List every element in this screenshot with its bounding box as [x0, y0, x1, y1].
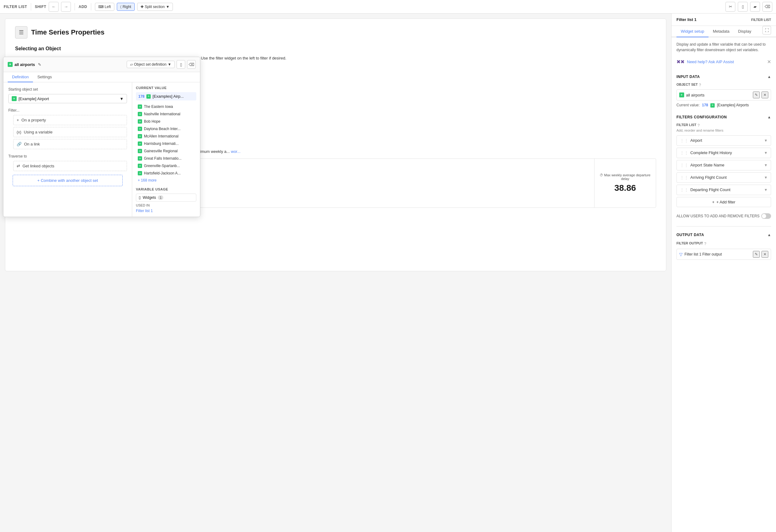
shift-right-button[interactable]: →: [61, 2, 71, 12]
using-variable-option[interactable]: (x) Using a variable: [13, 127, 127, 137]
filter-item-state-name[interactable]: ⋮⋮ Airport State Name ▼: [676, 160, 771, 170]
add-filter-plus-icon: +: [712, 200, 715, 204]
cv-count: 178: [138, 94, 145, 99]
variable-icon: (x): [17, 130, 21, 134]
current-val-row: Current value: 178 ✈ [Examples] Airports: [676, 103, 771, 108]
delete-button[interactable]: ⌫: [762, 2, 772, 12]
filters-config-chevron-icon: ▲: [767, 115, 771, 119]
filter-item-flight-history[interactable]: ⋮⋮ Complete Flight History ▼: [676, 148, 771, 158]
cv-item-0[interactable]: ✈ The Eastern Iowa: [136, 103, 196, 110]
settings-tab[interactable]: Settings: [33, 72, 56, 82]
filter-output-close-button[interactable]: ✕: [762, 251, 768, 258]
popup-body: Starting object set ✈ [Example] Airport …: [3, 82, 200, 217]
content-area: ☰ Time Series Properties Selecting an Ob…: [0, 14, 671, 532]
filter-output-label: FILTER OUTPUT: [676, 241, 703, 245]
filters-config-section: FILTERS CONFIGURATION ▲ FILTER LIST ? Ad…: [676, 113, 771, 221]
output-data-header[interactable]: OUTPUT DATA ▲: [676, 230, 771, 239]
toolbar: FILTER LIST SHIFT ← → ADD ⌨ Left 〈 Right…: [0, 0, 776, 14]
object-set-close-button[interactable]: ✕: [762, 92, 768, 98]
panel-title: Time Series Properties: [31, 28, 105, 36]
object-set-popup: ✈ all airports ✎ ▱ Object set definition…: [3, 57, 200, 217]
left-button[interactable]: ⌨ Left: [95, 3, 114, 11]
starting-set-value: [Example] Airport: [18, 97, 49, 101]
add-filter-button[interactable]: + + Add filter: [676, 197, 771, 207]
allow-users-toggle[interactable]: [761, 213, 771, 219]
tab-metadata[interactable]: Metadata: [709, 26, 734, 37]
split-section-button[interactable]: ✚ Split section ▼: [137, 3, 173, 11]
filters-config-header[interactable]: FILTERS CONFIGURATION ▲: [676, 113, 771, 122]
combine-button[interactable]: + Combine with another object set: [13, 175, 123, 186]
vu-item: ▯ Widgets 1: [136, 194, 196, 202]
item-icon: ✈: [138, 164, 142, 168]
current-value-header: CURRENT VALUE: [136, 86, 196, 90]
delete-popup-button[interactable]: ⌫: [187, 60, 196, 69]
cv-item-9[interactable]: ✈ Hartsfield-Jackson A...: [136, 170, 196, 177]
cv-item-6[interactable]: ✈ Gainesville Regional: [136, 147, 196, 155]
vu-filter-list-link[interactable]: Filter list 1: [136, 209, 153, 213]
on-link-option[interactable]: 🔗 On a link: [13, 139, 127, 149]
cv-airport-icon: ✈: [146, 94, 151, 99]
cv-item-7[interactable]: ✈ Great Falls Internatio...: [136, 155, 196, 162]
copy-popup-button[interactable]: ▯: [177, 60, 185, 69]
copy-button[interactable]: ▯: [738, 2, 748, 12]
object-set-row: ✈ all airports ✎ ✕: [676, 90, 771, 101]
cv-item-3[interactable]: ✈ Daytona Beach Inter...: [136, 125, 196, 133]
cv-item-5[interactable]: ✈ Harrisburg Internati...: [136, 140, 196, 147]
traverse-section: Traverse to ⇄ Get linked objects: [8, 154, 127, 171]
popup-right: CURRENT VALUE 178 ✈ [Examples] Airp... ✈…: [132, 82, 200, 217]
item-icon: ✈: [138, 171, 142, 175]
filters-config-body: FILTER LIST ? Add, reorder and rename fi…: [676, 123, 771, 221]
tsps-link[interactable]: wor...: [231, 149, 240, 154]
filter-output-icon: ▽: [679, 252, 683, 257]
filter-output-edit-button[interactable]: ✎: [753, 251, 760, 258]
object-set-section: OBJECT SET ? ✈ all airports ✎ ✕ Current …: [676, 82, 771, 108]
cut-button[interactable]: ✂: [726, 2, 735, 12]
tab-display[interactable]: Display: [734, 26, 756, 37]
filters-config-title: FILTERS CONFIGURATION: [676, 115, 727, 119]
shift-left-button[interactable]: ←: [49, 2, 58, 12]
paste-button[interactable]: ▰: [750, 2, 760, 12]
cv-list: ✈ The Eastern Iowa ✈ Nashville Internati…: [136, 103, 196, 184]
item-icon: ✈: [138, 112, 142, 116]
starting-set-select[interactable]: ✈ [Example] Airport ▼: [8, 94, 127, 103]
on-property-label: On a property: [22, 118, 46, 122]
vu-used-in-label: USED IN: [136, 203, 196, 207]
cv-more[interactable]: + 168 more: [136, 177, 196, 184]
filter-item-arriving[interactable]: ⋮⋮ Arriving Flight Count ▼: [676, 172, 771, 183]
on-property-option[interactable]: + On a property: [13, 115, 127, 125]
shift-label: SHIFT: [35, 5, 46, 9]
chevron-arriving-icon: ▼: [764, 175, 768, 180]
aip-close-button[interactable]: ✕: [767, 59, 771, 65]
object-set-edit-button[interactable]: ✎: [753, 92, 760, 98]
right-icon: 〈: [120, 5, 122, 9]
get-linked-objects-option[interactable]: ⇄ Get linked objects: [13, 161, 127, 171]
filter-item-departing[interactable]: ⋮⋮ Departing Flight Count ▼: [676, 185, 771, 195]
popup-title: ✈ all airports ✎: [8, 62, 42, 67]
aip-link[interactable]: Need help? Ask AIP Assist: [687, 59, 734, 64]
cv-item-4[interactable]: ✈ McAllen International: [136, 133, 196, 140]
fullscreen-button[interactable]: ⛶: [762, 26, 771, 34]
input-data-header[interactable]: INPUT DATA ▲: [676, 72, 771, 81]
link-icon: 🔗: [17, 142, 22, 146]
cv-item-1[interactable]: ✈ Nashville International: [136, 110, 196, 118]
tab-widget-setup[interactable]: Widget setup: [676, 26, 709, 37]
metric-value: 38.86: [614, 183, 636, 193]
cv-item-2[interactable]: ✈ Bob Hope: [136, 118, 196, 125]
filter-item-airport[interactable]: ⋮⋮ Airport ▼: [676, 135, 771, 146]
cv-item-8[interactable]: ✈ Greenville-Spartanb...: [136, 162, 196, 170]
airport-icon: ✈: [8, 62, 13, 67]
definition-tab[interactable]: Definition: [8, 72, 33, 82]
filter-output-row: ▽ Filter list 1 Filter output ✎ ✕: [676, 249, 771, 260]
sidebar-body: Display and update a filter variable tha…: [671, 37, 776, 532]
cv-main-item[interactable]: 178 ✈ [Examples] Airp...: [136, 92, 196, 101]
object-set-definition-button[interactable]: ▱ Object set definition ▼: [127, 61, 175, 68]
left-label: Left: [105, 5, 111, 9]
left-icon: ⌨: [98, 5, 104, 9]
panel-header: ☰ Time Series Properties: [15, 26, 656, 38]
popup-actions: ▱ Object set definition ▼ ▯ ⌫: [127, 60, 196, 69]
sidebar-title: Filter list 1: [676, 17, 697, 22]
item-icon: ✈: [138, 156, 142, 161]
sidebar-header: Filter list 1 FILTER LIST: [671, 14, 776, 26]
right-button[interactable]: 〈 Right: [117, 3, 135, 11]
edit-title-button[interactable]: ✎: [37, 62, 42, 67]
